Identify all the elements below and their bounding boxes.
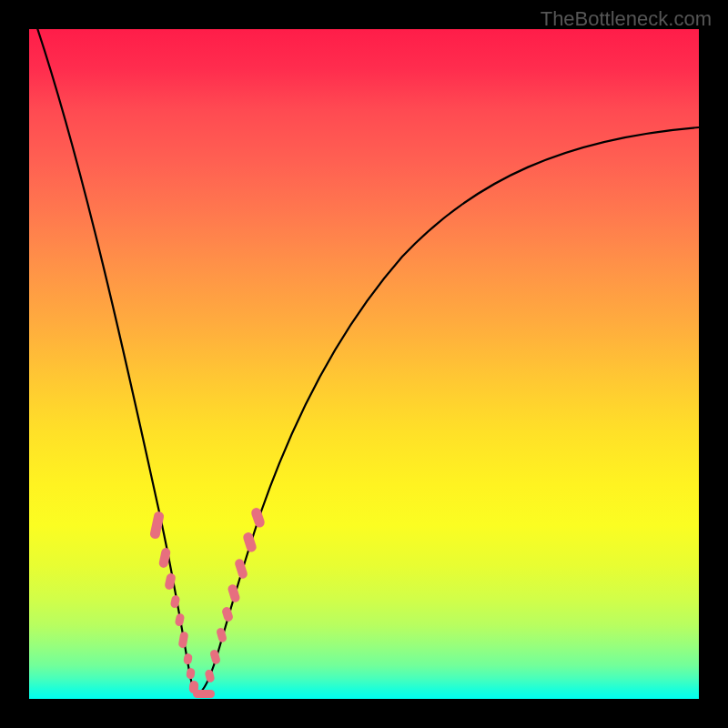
svg-rect-5 [177, 631, 188, 648]
marker-cluster-left [149, 511, 199, 693]
svg-rect-13 [221, 606, 234, 622]
marker-cluster-bottom [193, 690, 215, 698]
svg-rect-11 [209, 649, 221, 665]
curve-right-branch [197, 127, 699, 695]
curve-left-branch [35, 29, 197, 695]
svg-rect-17 [250, 507, 267, 529]
svg-rect-16 [242, 531, 258, 553]
svg-rect-15 [234, 558, 248, 580]
svg-rect-10 [204, 669, 215, 683]
svg-rect-14 [227, 583, 240, 603]
curve-overlay [29, 29, 699, 699]
svg-rect-9 [193, 690, 215, 698]
svg-rect-7 [186, 668, 196, 680]
chart-canvas [29, 29, 699, 699]
svg-rect-4 [175, 612, 186, 627]
svg-rect-6 [183, 652, 193, 664]
marker-cluster-right [204, 507, 266, 683]
watermark-text: TheBottleneck.com [541, 7, 712, 31]
